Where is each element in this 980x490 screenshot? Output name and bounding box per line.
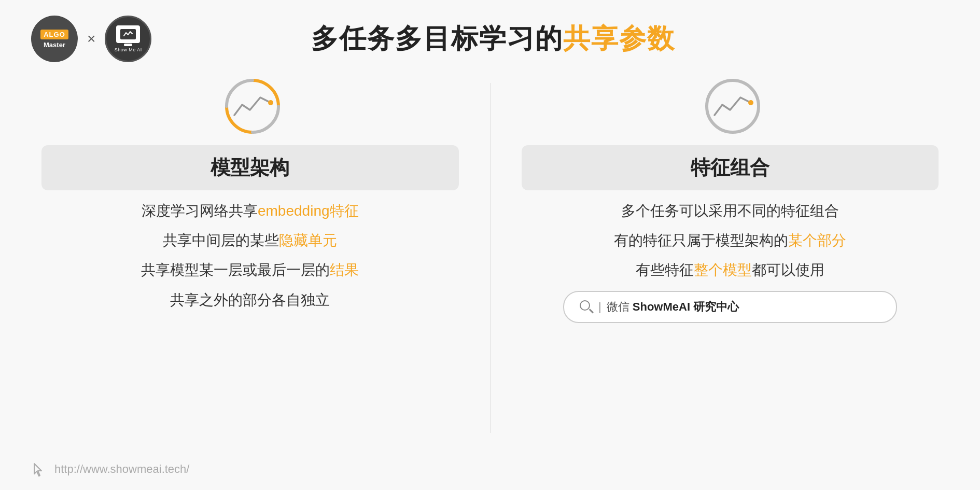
main-title: 多任务多目标学习的共享参数 xyxy=(151,21,835,57)
left-line-1: 深度学习网络共享embedding特征 xyxy=(142,201,359,221)
right-line-3: 有些特征整个模型都可以使用 xyxy=(636,260,824,280)
right-circle-svg xyxy=(699,73,766,140)
cursor-icon xyxy=(31,461,47,477)
left-panel: 模型架构 深度学习网络共享embedding特征 共享中间层的某些隐藏单元 共享… xyxy=(41,73,459,443)
search-bold-text: ShowMeAI 研究中心 xyxy=(633,300,739,313)
footer: http://www.showmeai.tech/ xyxy=(0,454,980,490)
footer-url: http://www.showmeai.tech/ xyxy=(54,463,189,476)
title-highlight-text: 共享参数 xyxy=(563,23,675,53)
monitor-inner xyxy=(120,29,136,39)
master-text: Master xyxy=(44,41,65,49)
algo-master-logo: ALGO Master xyxy=(31,16,78,62)
svg-point-1 xyxy=(748,100,753,105)
x-divider: × xyxy=(87,31,95,47)
monitor-icon xyxy=(116,25,140,43)
left-section-label: 模型架构 xyxy=(41,145,459,190)
showme-ai-logo: Show Me AI xyxy=(105,16,151,62)
search-divider-text: | xyxy=(598,300,601,314)
search-icon xyxy=(580,300,593,314)
right-section-label: 特征组合 xyxy=(522,145,939,190)
title-normal-text: 多任务多目标学习的 xyxy=(311,23,563,53)
main-content: 模型架构 深度学习网络共享embedding特征 共享中间层的某些隐藏单元 共享… xyxy=(0,67,980,454)
right-section-title: 特征组合 xyxy=(691,157,769,178)
left-section-title: 模型架构 xyxy=(211,157,289,178)
left-content-lines: 深度学习网络共享embedding特征 共享中间层的某些隐藏单元 共享模型某一层… xyxy=(41,201,459,310)
svg-point-0 xyxy=(268,100,273,105)
logo-area: ALGO Master × Show Me AI xyxy=(31,16,151,62)
monitor-wave-svg xyxy=(123,31,133,38)
showme-logo-label: Show Me AI xyxy=(115,47,142,52)
right-circle-icon xyxy=(699,73,761,135)
panel-divider xyxy=(490,83,491,433)
right-line-2: 有的特征只属于模型架构的某个部分 xyxy=(614,230,846,250)
search-text: 微信 ShowMeAI 研究中心 xyxy=(607,299,739,315)
page-container: ALGO Master × Show Me AI 多任务多目标学 xyxy=(0,0,980,490)
right-line-1: 多个任务可以采用不同的特征组合 xyxy=(621,201,839,221)
search-box[interactable]: | 微信 ShowMeAI 研究中心 xyxy=(563,291,897,323)
left-circle-icon xyxy=(219,73,281,135)
algo-text: ALGO xyxy=(40,30,68,39)
right-panel: 特征组合 多个任务可以采用不同的特征组合 有的特征只属于模型架构的某个部分 有些… xyxy=(522,73,939,443)
left-line-3: 共享模型某一层或最后一层的结果 xyxy=(141,260,359,280)
right-content-lines: 多个任务可以采用不同的特征组合 有的特征只属于模型架构的某个部分 有些特征整个模… xyxy=(522,201,939,281)
left-circle-svg xyxy=(219,73,286,140)
left-line-2: 共享中间层的某些隐藏单元 xyxy=(163,230,337,250)
header: ALGO Master × Show Me AI 多任务多目标学 xyxy=(0,0,980,67)
left-line-4: 共享之外的部分各自独立 xyxy=(170,290,330,310)
